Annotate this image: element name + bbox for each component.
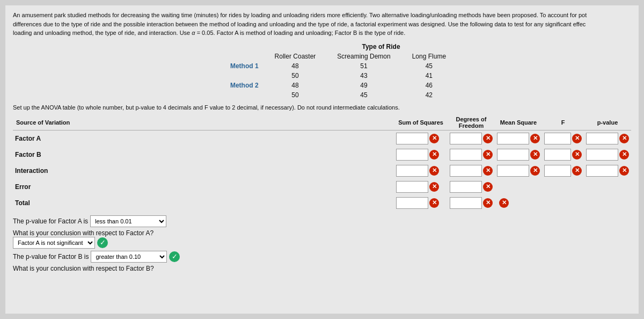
method2-label2 (219, 90, 264, 100)
total-ss-cell: ✕ (394, 195, 448, 211)
interaction-ms-x[interactable]: ✕ (530, 166, 540, 176)
method1-label: Method 1 (219, 61, 264, 71)
factor-a-ss-input[interactable] (396, 133, 428, 144)
error-ss-x[interactable]: ✕ (429, 182, 439, 192)
error-df-x[interactable]: ✕ (483, 182, 493, 192)
intro-line3: loading and unloading method, the type o… (13, 28, 631, 38)
total-df-x[interactable]: ✕ (483, 198, 493, 208)
factor-b-f-input[interactable] (544, 149, 571, 161)
interaction-pv-cell: ✕ (584, 163, 631, 179)
factor-b-df-input[interactable] (450, 149, 482, 161)
total-empty: ✕ (495, 195, 631, 211)
factor-a-ms-input[interactable] (497, 133, 529, 144)
table-row: 50 45 42 (219, 90, 457, 100)
factor-b-ss-input[interactable] (396, 149, 428, 161)
cell-m1-lf2: 41 (401, 71, 457, 81)
method2-label: Method 2 (219, 81, 264, 90)
interaction-label: Interaction (13, 163, 394, 179)
factor-b-f-cell: ✕ (542, 147, 584, 163)
factor-a-pv-x[interactable]: ✕ (619, 134, 629, 143)
factor-a-pv-input[interactable] (586, 133, 618, 144)
anova-header-f: F (542, 115, 584, 130)
cell-m1-rc2: 50 (264, 71, 327, 81)
pvalue-factor-b-section: The p-value for Factor B is less than 0.… (13, 251, 631, 263)
pvalue-factor-a-prefix: The p-value for Factor A is (13, 218, 88, 225)
factor-b-df-x[interactable]: ✕ (483, 150, 493, 160)
intro-text: An amusement park studied methods for de… (13, 11, 631, 38)
error-empty (495, 179, 631, 195)
interaction-f-x[interactable]: ✕ (572, 166, 582, 176)
factor-b-ss-x[interactable]: ✕ (429, 150, 439, 160)
factor-a-df-input[interactable] (450, 133, 482, 144)
cell-m2-lf1: 46 (401, 81, 457, 90)
intro-line1: An amusement park studied methods for de… (13, 11, 631, 20)
factor-a-label: Factor A (13, 130, 394, 147)
conclusion-factor-a-check[interactable]: ✓ (97, 237, 108, 248)
anova-row-factor-b: Factor B ✕ ✕ (13, 147, 631, 163)
pvalue-factor-b-check[interactable]: ✓ (169, 251, 180, 262)
factor-a-ms-cell: ✕ (495, 130, 542, 147)
anova-header-ms: Mean Square (495, 115, 542, 130)
anova-row-error: Error ✕ ✕ (13, 179, 631, 195)
total-df-input[interactable] (450, 197, 482, 209)
interaction-f-cell: ✕ (542, 163, 584, 179)
total-ss-x[interactable]: ✕ (429, 198, 439, 208)
total-extra-x[interactable]: ✕ (499, 198, 509, 208)
interaction-ss-input[interactable] (396, 165, 428, 177)
cell-m2-rc2: 50 (264, 90, 327, 100)
total-ss-input[interactable] (396, 197, 428, 209)
factor-a-df-cell: ✕ (448, 130, 495, 147)
factor-b-pv-input[interactable] (586, 149, 618, 161)
interaction-df-x[interactable]: ✕ (483, 166, 493, 176)
note-text: Set up the ANOVA table (to whole number,… (13, 104, 631, 111)
factor-a-f-x[interactable]: ✕ (572, 134, 582, 143)
pvalue-factor-a-section: The p-value for Factor A is less than 0.… (13, 215, 631, 227)
error-label: Error (13, 179, 394, 195)
pvalue-factor-a-select[interactable]: less than 0.01 between 0.01 and 0.05 bet… (90, 215, 166, 227)
error-ss-input[interactable] (396, 181, 428, 193)
factor-b-label: Factor B (13, 147, 394, 163)
anova-header-source: Source of Variation (13, 115, 394, 130)
pvalue-factor-b-select[interactable]: less than 0.01 between 0.01 and 0.05 bet… (91, 251, 167, 263)
cell-m2-sd2: 45 (326, 90, 401, 100)
intro-line2: differences due to the type of ride and … (13, 20, 631, 29)
anova-table-wrap: Source of Variation Sum of Squares Degre… (13, 115, 631, 211)
error-ss-cell: ✕ (394, 179, 448, 195)
col-header-long-flume: Long Flume (401, 52, 457, 61)
anova-header-pv: p-value (584, 115, 631, 130)
factor-a-f-input[interactable] (544, 133, 571, 144)
factor-a-ss-x[interactable]: ✕ (429, 134, 439, 143)
data-table: Roller Coaster Screaming Demon Long Flum… (219, 52, 457, 100)
cell-m1-rc1: 48 (264, 61, 327, 71)
anova-row-total: Total ✕ ✕ ✕ (13, 195, 631, 211)
factor-b-ms-input[interactable] (497, 149, 529, 161)
cell-m2-rc1: 48 (264, 81, 327, 90)
factor-b-df-cell: ✕ (448, 147, 495, 163)
cell-m1-sd2: 43 (326, 71, 401, 81)
factor-b-ms-x[interactable]: ✕ (530, 150, 540, 160)
conclusion-factor-b-section: What is your conclusion with respect to … (13, 265, 631, 272)
factor-a-ms-x[interactable]: ✕ (530, 134, 540, 143)
interaction-f-input[interactable] (544, 165, 571, 177)
cell-m2-lf2: 42 (401, 90, 457, 100)
conclusion-factor-a-wrap: Factor A is not significant Factor A is … (13, 237, 631, 249)
conclusion-factor-a-select[interactable]: Factor A is not significant Factor A is … (13, 237, 95, 249)
table-row: 50 43 41 (219, 71, 457, 81)
factor-a-df-x[interactable]: ✕ (483, 134, 493, 143)
anova-header-ss: Sum of Squares (394, 115, 448, 130)
table-row: Method 2 48 49 46 (219, 81, 457, 90)
interaction-pv-input[interactable] (586, 165, 618, 177)
error-df-input[interactable] (450, 181, 482, 193)
interaction-ss-x[interactable]: ✕ (429, 166, 439, 176)
table-row: Method 1 48 51 45 (219, 61, 457, 71)
col-header-roller-coaster: Roller Coaster (264, 52, 327, 61)
col-header-blank (219, 52, 264, 61)
factor-a-f-cell: ✕ (542, 130, 584, 147)
interaction-ms-input[interactable] (497, 165, 529, 177)
interaction-df-cell: ✕ (448, 163, 495, 179)
factor-b-pv-x[interactable]: ✕ (619, 150, 629, 160)
pvalue-factor-b-prefix: The p-value for Factor B is (13, 253, 89, 260)
factor-b-f-x[interactable]: ✕ (572, 150, 582, 160)
interaction-pv-x[interactable]: ✕ (619, 166, 629, 176)
interaction-df-input[interactable] (450, 165, 482, 177)
